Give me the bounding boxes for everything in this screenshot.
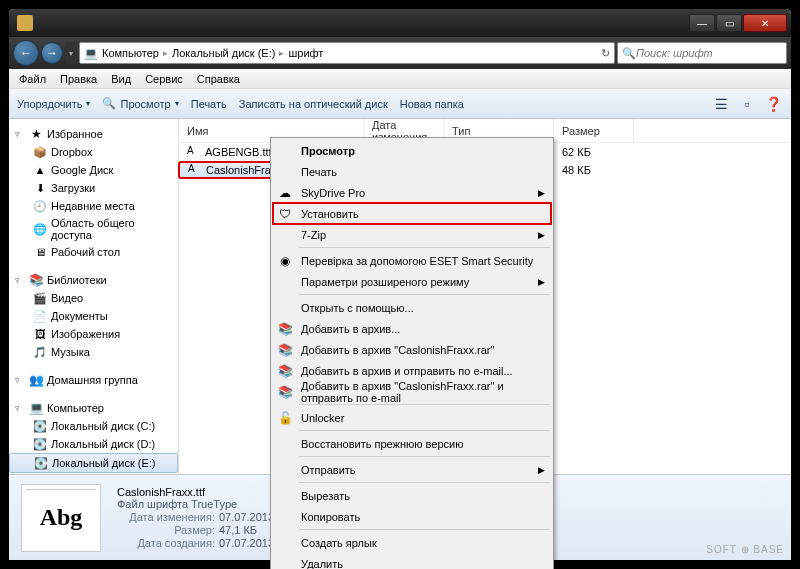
menu-separator [299,247,550,248]
item-icon: 📄 [33,309,47,323]
sidebar-group-label: Библиотеки [47,274,107,286]
sidebar-item-label: Документы [51,310,108,322]
close-button[interactable]: ✕ [743,14,787,32]
menu-item-label: Добавить в архив... [301,323,400,335]
newfolder-button[interactable]: Новая папка [400,98,464,110]
refresh-button[interactable]: ↻ [601,47,610,60]
sidebar-item[interactable]: 🎬Видео [9,289,178,307]
sidebar-item[interactable]: 🌐Область общего доступа [9,215,178,243]
context-menu-item[interactable]: 7-Zip▶ [273,224,551,245]
sidebar-group[interactable]: ▿💻Компьютер [9,399,178,417]
context-menu-item[interactable]: Просмотр [273,140,551,161]
sidebar-item-label: Изображения [51,328,120,340]
titlebar[interactable]: — ▭ ✕ [9,9,791,37]
menu-item-icon: 🔓 [277,410,293,426]
menu-edit[interactable]: Правка [54,71,103,87]
menu-file[interactable]: Файл [13,71,52,87]
context-menu-item[interactable]: Параметри розширеного режиму▶ [273,271,551,292]
sidebar-item[interactable]: 📄Документы [9,307,178,325]
menu-item-icon: ◉ [277,253,293,269]
item-icon: ⬇ [33,181,47,195]
context-menu-item[interactable]: 📚Добавить в архив... [273,318,551,339]
organize-button[interactable]: Упорядочить▾ [17,98,90,110]
context-menu-item[interactable]: ◉Перевірка за допомогою ESET Smart Secur… [273,250,551,271]
magnifier-icon: 🔍 [102,97,116,110]
font-file-icon: A [188,163,202,177]
sidebar-group[interactable]: ▿★Избранное [9,125,178,143]
sidebar-item[interactable]: ⬇Загрузки [9,179,178,197]
menu-item-label: Установить [301,208,359,220]
menu-help[interactable]: Справка [191,71,246,87]
menu-item-label: Удалить [301,558,343,570]
toolbar: Упорядочить▾ 🔍Просмотр▾ Печать Записать … [9,89,791,119]
context-menu-item[interactable]: 📚Добавить в архив "CaslonishFraxx.rar" [273,339,551,360]
menu-separator [299,482,550,483]
sidebar-item[interactable]: 💽Локальный диск (D:) [9,435,178,453]
sidebar-item[interactable]: 💽Локальный диск (E:) [9,453,178,473]
maximize-button[interactable]: ▭ [716,14,742,32]
menu-separator [299,294,550,295]
breadcrumb-segment[interactable]: Компьютер [102,47,159,59]
context-menu-item[interactable]: Удалить [273,553,551,569]
context-menu-item[interactable]: Восстановить прежнюю версию [273,433,551,454]
navigation-pane[interactable]: ▿★Избранное📦Dropbox▲Google Диск⬇Загрузки… [9,119,179,474]
preview-label: Размер: [117,524,215,536]
menu-item-label: Перевірка за допомогою ESET Smart Securi… [301,255,533,267]
context-menu-item[interactable]: ☁SkyDrive Pro▶ [273,182,551,203]
context-menu-item[interactable]: Печать [273,161,551,182]
search-input[interactable] [636,47,782,59]
forward-button[interactable]: → [41,42,63,64]
menu-view[interactable]: Вид [105,71,137,87]
sidebar-item[interactable]: 💽Локальный диск (C:) [9,417,178,435]
computer-icon: 💻 [84,47,98,60]
menu-item-label: SkyDrive Pro [301,187,365,199]
context-menu-item[interactable]: 📚Добавить в архив "CaslonishFraxx.rar" и… [273,381,551,402]
search-box[interactable]: 🔍 [617,42,787,64]
folder-icon: ★ [29,127,43,141]
context-menu-item[interactable]: Открыть с помощью... [273,297,551,318]
menu-item-icon: 📚 [277,321,293,337]
breadcrumb-segment[interactable]: Локальный диск (E:) [172,47,276,59]
menu-tools[interactable]: Сервис [139,71,189,87]
item-icon: 🎬 [33,291,47,305]
sidebar-item[interactable]: 🕘Недавние места [9,197,178,215]
sidebar-item-label: Локальный диск (E:) [52,457,156,469]
item-icon: 🌐 [33,222,47,236]
sidebar-group[interactable]: ▿👥Домашняя группа [9,371,178,389]
watermark: SOFT ⊕ BASE [706,544,784,555]
menu-item-icon: 📚 [277,363,293,379]
menu-item-label: Копировать [301,511,360,523]
sidebar-item[interactable]: 📦Dropbox [9,143,178,161]
back-button[interactable]: ← [13,40,39,66]
item-icon: ▲ [33,163,47,177]
context-menu-item[interactable]: 🛡Установить [273,203,551,224]
context-menu-item[interactable]: 📚Добавить в архив и отправить по e-mail.… [273,360,551,381]
context-menu-item[interactable]: 🔓Unlocker [273,407,551,428]
column-size[interactable]: Размер [554,119,634,142]
sidebar-item[interactable]: ▲Google Диск [9,161,178,179]
context-menu-item[interactable]: Вырезать [273,485,551,506]
menu-separator [299,404,550,405]
context-menu-item[interactable]: Создать ярлык [273,532,551,553]
sidebar-item[interactable]: 🎵Музыка [9,343,178,361]
menu-item-label: Просмотр [301,145,355,157]
preview-pane-button[interactable]: ▫ [737,94,757,114]
view-options-button[interactable]: ☰ [711,94,731,114]
context-menu[interactable]: ПросмотрПечать☁SkyDrive Pro▶🛡Установить7… [270,137,554,569]
help-button[interactable]: ❓ [763,94,783,114]
breadcrumb-segment[interactable]: шрифт [288,47,323,59]
breadcrumb[interactable]: 💻 Компьютер ▸ Локальный диск (E:) ▸ шриф… [79,42,615,64]
menu-item-label: Вырезать [301,490,350,502]
print-button[interactable]: Печать [191,98,227,110]
sidebar-group[interactable]: ▿📚Библиотеки [9,271,178,289]
context-menu-item[interactable]: Копировать [273,506,551,527]
sidebar-item-label: Рабочий стол [51,246,120,258]
burn-button[interactable]: Записать на оптический диск [239,98,388,110]
history-dropdown[interactable]: ▾ [65,42,77,64]
sidebar-item[interactable]: 🖥Рабочий стол [9,243,178,261]
preview-button[interactable]: 🔍Просмотр▾ [102,97,178,110]
sidebar-item[interactable]: 🖼Изображения [9,325,178,343]
menu-item-label: Добавить в архив и отправить по e-mail..… [301,365,513,377]
context-menu-item[interactable]: Отправить▶ [273,459,551,480]
minimize-button[interactable]: — [689,14,715,32]
